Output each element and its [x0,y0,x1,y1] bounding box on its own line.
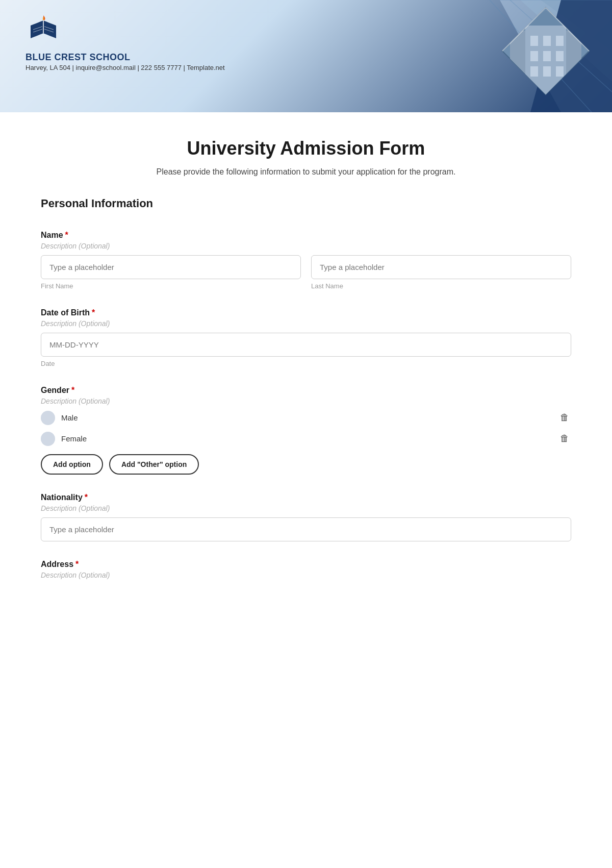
last-name-sublabel: Last Name [311,282,571,290]
first-name-input[interactable] [41,255,301,279]
building-image [500,5,592,97]
field-address: Address * Description (Optional) [41,560,571,579]
svg-rect-14 [530,51,538,61]
svg-rect-15 [543,51,551,61]
nationality-required-star: * [85,493,88,502]
field-gender: Gender * Description (Optional) Male 🗑 F… [41,386,571,475]
main-content: University Admission Form Please provide… [0,112,612,868]
gender-male-delete-icon[interactable]: 🗑 [558,410,571,425]
gender-female-radio[interactable] [41,432,55,446]
gender-male-label: Male [61,413,78,422]
first-name-sublabel: First Name [41,282,301,290]
add-other-option-button[interactable]: Add "Other" option [109,454,199,475]
dob-description: Description (Optional) [41,319,571,328]
nationality-input[interactable] [41,517,571,541]
field-nationality: Nationality * Description (Optional) [41,493,571,541]
school-logo-icon [26,15,61,46]
svg-rect-12 [543,36,551,46]
field-name: Name * Description (Optional) First Name… [41,231,571,290]
dob-sublabel: Date [41,360,571,367]
nationality-label: Nationality * [41,493,571,502]
svg-rect-19 [556,66,564,77]
section-personal-info: Personal Information [41,197,571,215]
first-name-col: First Name [41,255,301,290]
gender-male-left: Male [41,411,78,425]
name-required-star: * [65,231,68,240]
add-option-row: Add option Add "Other" option [41,454,571,475]
form-title: University Admission Form [41,138,571,159]
last-name-col: Last Name [311,255,571,290]
dob-label: Date of Birth * [41,308,571,317]
svg-rect-16 [556,51,564,61]
school-name: BLUE CREST SCHOOL [26,52,225,63]
name-input-row: First Name Last Name [41,255,571,290]
address-required-star: * [75,560,79,569]
school-logo-area: BLUE CREST SCHOOL Harvey, LA 504 | inqui… [26,15,225,71]
gender-male-row: Male 🗑 [41,410,571,425]
gender-male-radio[interactable] [41,411,55,425]
page-header: BLUE CREST SCHOOL Harvey, LA 504 | inqui… [0,0,612,112]
gender-description: Description (Optional) [41,397,571,405]
gender-female-left: Female [41,432,87,446]
gender-label: Gender * [41,386,571,395]
svg-rect-18 [543,66,551,77]
dob-input[interactable] [41,333,571,357]
name-label: Name * [41,231,571,240]
gender-female-delete-icon[interactable]: 🗑 [558,431,571,446]
address-description: Description (Optional) [41,571,571,579]
gender-female-row: Female 🗑 [41,431,571,446]
gender-required-star: * [71,386,74,395]
add-option-button[interactable]: Add option [41,454,103,475]
address-label: Address * [41,560,571,569]
field-dob: Date of Birth * Description (Optional) D… [41,308,571,367]
last-name-input[interactable] [311,255,571,279]
svg-rect-17 [530,66,538,77]
form-subtitle: Please provide the following information… [41,167,571,177]
nationality-description: Description (Optional) [41,504,571,512]
dob-required-star: * [92,308,95,317]
svg-rect-11 [530,36,538,46]
gender-radio-options: Male 🗑 Female 🗑 [41,410,571,446]
svg-rect-13 [556,36,564,46]
svg-marker-20 [525,10,566,26]
name-description: Description (Optional) [41,242,571,250]
gender-female-label: Female [61,434,87,443]
school-info: Harvey, LA 504 | inquire@school.mail | 2… [26,64,225,71]
